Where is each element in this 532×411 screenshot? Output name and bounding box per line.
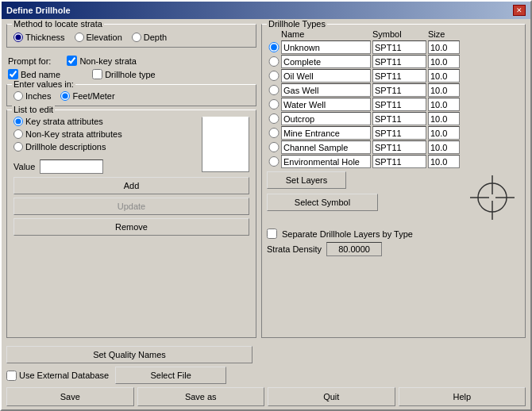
type-name-4[interactable] [281, 98, 371, 111]
select-file-button[interactable]: Select File [115, 367, 226, 384]
type-symbol-7[interactable] [372, 140, 426, 154]
type-radio-0[interactable] [267, 42, 281, 52]
separate-row: Separate Drillhole Layers by Type [267, 229, 520, 239]
type-size-5[interactable] [428, 112, 460, 125]
table-row [267, 140, 520, 154]
radio-feet-meter[interactable]: Feet/Meter [60, 91, 114, 101]
type-symbol-8[interactable] [372, 155, 426, 168]
select-symbol-button[interactable]: Select Symbol [267, 194, 378, 211]
list-to-edit-label: List to edit [12, 105, 55, 114]
left-panel: Method to locate strata Thickness Elevat… [6, 24, 256, 338]
strata-density-input[interactable] [326, 242, 382, 256]
radio-inches[interactable]: Inches [13, 91, 51, 101]
prompt-section: Prompt for: Non-key strata Bed name Dril… [6, 51, 256, 81]
strata-density-label: Strata Density [267, 244, 322, 254]
method-group-label: Method to locate strata [12, 19, 104, 29]
title-bar: Define Drillhole ✕ [2, 2, 530, 19]
type-name-6[interactable] [281, 126, 371, 140]
separate-checkbox[interactable] [267, 229, 277, 239]
update-button[interactable]: Update [13, 198, 249, 215]
type-radio-5[interactable] [267, 113, 281, 124]
separate-label: Separate Drillhole Layers by Type [282, 229, 413, 239]
radio-non-key-strata[interactable]: Non-Key strata attributes [13, 129, 199, 139]
external-db-row: Use External Database Select File [6, 367, 526, 384]
type-symbol-1[interactable] [372, 55, 426, 68]
type-symbol-0[interactable] [372, 40, 426, 54]
remove-button[interactable]: Remove [13, 218, 249, 236]
type-radio-8[interactable] [267, 156, 281, 167]
table-row [267, 40, 520, 54]
type-name-2[interactable] [281, 69, 371, 83]
table-row [267, 98, 520, 111]
header-name: Name [281, 29, 372, 39]
external-db-check[interactable]: Use External Database [6, 371, 109, 381]
type-name-5[interactable] [281, 112, 371, 125]
type-name-0[interactable] [281, 40, 371, 54]
non-key-strata-check[interactable]: Non-key strata [67, 56, 137, 66]
method-group: Method to locate strata Thickness Elevat… [6, 24, 256, 48]
set-quality-names-button[interactable]: Set Quality Names [6, 346, 253, 363]
add-button[interactable]: Add [13, 177, 249, 194]
type-symbol-4[interactable] [372, 98, 426, 111]
type-radio-6[interactable] [267, 128, 281, 138]
right-panel: Drillhole Types Name Symbol Size [261, 24, 526, 338]
enter-values-label: Enter values in: [12, 79, 75, 89]
close-button[interactable]: ✕ [513, 5, 526, 16]
type-radio-7[interactable] [267, 142, 281, 152]
footer-buttons: Save Save as Quit Help [6, 387, 526, 406]
type-radio-2[interactable] [267, 71, 281, 81]
table-row [267, 126, 520, 140]
help-button[interactable]: Help [399, 387, 526, 406]
main-window: Define Drillhole ✕ Method to locate stra… [0, 0, 532, 411]
header-size: Size [428, 29, 445, 39]
radio-elevation[interactable]: Elevation [75, 33, 122, 42]
type-symbol-6[interactable] [372, 126, 426, 140]
table-row [267, 69, 520, 83]
crosshair-icon [468, 174, 516, 221]
quit-button[interactable]: Quit [268, 387, 395, 406]
radio-key-strata[interactable]: Key strata attributes [13, 117, 199, 126]
radio-depth[interactable]: Depth [132, 33, 167, 42]
list-box[interactable] [202, 117, 249, 172]
type-name-8[interactable] [281, 155, 371, 168]
symbol-preview [465, 170, 520, 225]
table-row [267, 112, 520, 125]
drillhole-types-label: Drillhole Types [267, 19, 327, 29]
left-bottom-col: Set Layers Select Symbol [267, 170, 460, 211]
type-size-2[interactable] [428, 69, 460, 83]
save-as-button[interactable]: Save as [137, 387, 265, 406]
radio-drillhole-desc[interactable]: Drillhole descriptions [13, 142, 199, 152]
type-size-4[interactable] [428, 98, 460, 111]
value-input[interactable] [40, 159, 103, 174]
table-row [267, 155, 520, 168]
type-radio-1[interactable] [267, 56, 281, 67]
type-size-8[interactable] [428, 155, 460, 168]
prompt-label: Prompt for: [8, 56, 51, 66]
save-button[interactable]: Save [6, 387, 134, 406]
value-label: Value [13, 162, 35, 171]
bottom-bar: Set Quality Names Use External Database … [2, 343, 530, 409]
type-symbol-3[interactable] [372, 83, 426, 97]
type-name-7[interactable] [281, 140, 371, 154]
table-row [267, 55, 520, 68]
drillhole-type-check[interactable]: Drillhole type [92, 69, 156, 79]
list-to-edit-group: List to edit Key strata attributes Non-K… [6, 109, 256, 338]
type-name-3[interactable] [281, 83, 371, 97]
type-size-3[interactable] [428, 83, 460, 97]
strata-density-row: Strata Density [267, 242, 520, 256]
type-symbol-2[interactable] [372, 69, 426, 83]
type-size-7[interactable] [428, 140, 460, 154]
radio-thickness[interactable]: Thickness [13, 33, 65, 42]
type-radio-4[interactable] [267, 99, 281, 109]
set-layers-button[interactable]: Set Layers [267, 171, 346, 189]
table-row [267, 83, 520, 97]
bed-name-check[interactable]: Bed name [8, 69, 60, 79]
types-header: Name Symbol Size [267, 29, 520, 39]
type-size-6[interactable] [428, 126, 460, 140]
type-name-1[interactable] [281, 55, 371, 68]
type-symbol-5[interactable] [372, 112, 426, 125]
list-radio-col: Key strata attributes Non-Key strata att… [13, 117, 199, 174]
type-size-1[interactable] [428, 55, 460, 68]
type-size-0[interactable] [428, 40, 460, 54]
type-radio-3[interactable] [267, 85, 281, 95]
